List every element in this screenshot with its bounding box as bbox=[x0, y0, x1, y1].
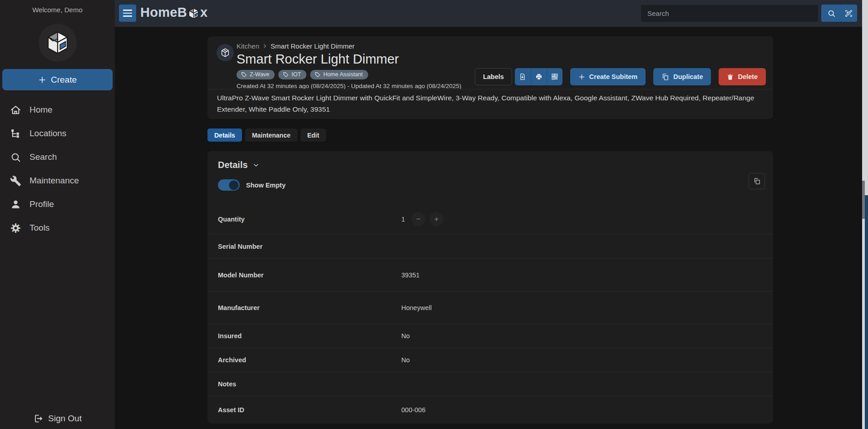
tag-icon bbox=[283, 72, 289, 78]
brand-title[interactable]: HomeB x bbox=[140, 5, 207, 20]
plus-icon bbox=[578, 74, 585, 80]
search-icon bbox=[827, 9, 836, 18]
details-section-header[interactable]: Details bbox=[218, 160, 260, 170]
field-label: Asset ID bbox=[218, 406, 401, 414]
copy-details-button[interactable] bbox=[749, 173, 765, 189]
brand-box-icon bbox=[187, 7, 200, 20]
scrollbar[interactable] bbox=[862, 0, 868, 429]
detail-row-asset-id: Asset ID 000-006 bbox=[207, 396, 773, 424]
breadcrumb: Kitchen Smart Rocker Light Dimmer bbox=[237, 42, 355, 50]
field-value: No bbox=[401, 356, 410, 364]
field-label: Notes bbox=[218, 380, 401, 388]
printer-icon bbox=[535, 73, 542, 80]
detail-row-model-number: Model Number 39351 bbox=[207, 259, 773, 291]
screen-edge-strip bbox=[865, 0, 868, 429]
detail-row-manufacturer: Manufacturer Honeywell bbox=[207, 291, 773, 324]
detail-row-notes: Notes bbox=[207, 372, 773, 396]
qr-code-icon bbox=[551, 73, 558, 80]
field-label: Archived bbox=[218, 356, 401, 364]
chevron-down-icon bbox=[252, 162, 260, 169]
details-rows: Quantity 1 − + Serial Number Model Numbe… bbox=[207, 204, 773, 424]
detail-row-serial-number: Serial Number bbox=[207, 234, 773, 259]
file-download-button[interactable] bbox=[515, 68, 531, 85]
sign-out-button[interactable]: Sign Out bbox=[0, 408, 115, 429]
sidebar: Welcome, Demo Create Home bbox=[0, 0, 115, 429]
details-card: Details Show Empty Quantity 1 − + Serial… bbox=[207, 151, 773, 424]
person-icon bbox=[10, 199, 21, 210]
item-avatar bbox=[217, 44, 234, 61]
copy-icon bbox=[753, 178, 761, 185]
field-value: 000-006 bbox=[401, 406, 425, 414]
quantity-increment-button[interactable]: + bbox=[429, 212, 444, 226]
sidebar-item-home[interactable]: Home bbox=[0, 98, 115, 122]
sidebar-item-search[interactable]: Search bbox=[0, 145, 115, 169]
tab-edit[interactable]: Edit bbox=[301, 128, 326, 142]
create-button[interactable]: Create bbox=[2, 69, 113, 90]
tag-icon bbox=[315, 72, 321, 78]
breadcrumb-current: Smart Rocker Light Dimmer bbox=[271, 42, 355, 50]
file-download-icon bbox=[519, 73, 526, 80]
qr-code-button[interactable] bbox=[547, 68, 562, 85]
labels-button[interactable]: Labels bbox=[475, 68, 512, 85]
tab-details[interactable]: Details bbox=[207, 128, 242, 142]
print-button[interactable] bbox=[531, 68, 547, 85]
tab-maintenance[interactable]: Maintenance bbox=[245, 128, 297, 142]
sidebar-item-locations[interactable]: Locations bbox=[0, 122, 115, 145]
detail-row-insured: Insured No bbox=[207, 324, 773, 348]
duplicate-icon bbox=[661, 73, 669, 81]
quantity-stepper: − + bbox=[411, 212, 444, 226]
field-label: Manufacturer bbox=[218, 304, 401, 311]
field-value: 39351 bbox=[401, 271, 419, 279]
show-empty-toggle[interactable] bbox=[218, 179, 240, 191]
tags-row: Z-Wave IOT Home Assistant bbox=[237, 70, 368, 79]
tag-zwave[interactable]: Z-Wave bbox=[237, 70, 275, 79]
item-tabs: Details Maintenance Edit bbox=[207, 128, 326, 142]
show-empty-row: Show Empty bbox=[218, 179, 286, 191]
plus-icon bbox=[38, 76, 46, 84]
sidebar-item-profile[interactable]: Profile bbox=[0, 192, 115, 216]
box-logo-icon bbox=[45, 30, 70, 55]
tag-home-assistant[interactable]: Home Assistant bbox=[310, 70, 368, 79]
box-outline-icon bbox=[220, 48, 230, 58]
duplicate-button[interactable]: Duplicate bbox=[653, 68, 711, 85]
divider bbox=[207, 89, 773, 89]
create-subitem-button[interactable]: Create Subitem bbox=[570, 68, 646, 85]
trash-icon bbox=[727, 74, 734, 80]
item-header-card: Kitchen Smart Rocker Light Dimmer Smart … bbox=[207, 36, 773, 119]
export-button-group bbox=[515, 68, 562, 85]
field-label: Quantity bbox=[218, 216, 401, 223]
search-input[interactable] bbox=[641, 5, 818, 22]
home-icon bbox=[10, 104, 21, 116]
homebox-logo bbox=[39, 24, 77, 62]
item-description: UltraPro Z-Wave Smart Rocker Light Dimme… bbox=[217, 93, 764, 115]
chevron-right-icon bbox=[262, 43, 268, 49]
wrench-icon bbox=[10, 175, 21, 187]
sidebar-item-tools[interactable]: Tools bbox=[0, 216, 115, 240]
main-content: Kitchen Smart Rocker Light Dimmer Smart … bbox=[115, 27, 862, 429]
qr-scan-button[interactable] bbox=[840, 5, 857, 22]
field-label: Serial Number bbox=[218, 243, 401, 250]
quantity-decrement-button[interactable]: − bbox=[411, 212, 425, 226]
field-label: Model Number bbox=[218, 271, 401, 279]
field-value: Honeywell bbox=[401, 304, 432, 311]
show-empty-label: Show Empty bbox=[246, 182, 286, 189]
field-label: Insured bbox=[218, 332, 401, 340]
sign-out-icon bbox=[33, 414, 43, 424]
welcome-text: Welcome, Demo bbox=[0, 6, 115, 14]
item-actions: Labels bbox=[475, 68, 766, 85]
delete-button[interactable]: Delete bbox=[719, 68, 766, 85]
detail-row-archived: Archived No bbox=[207, 348, 773, 372]
sidebar-nav: Home Locations Search Maintenance Profil… bbox=[0, 98, 115, 240]
field-value: 1 − + bbox=[401, 212, 444, 226]
create-button-label: Create bbox=[51, 75, 77, 85]
locations-tree-icon bbox=[10, 128, 21, 139]
top-navbar: HomeB x bbox=[115, 0, 862, 27]
page-title: Smart Rocker Light Dimmer bbox=[237, 52, 399, 67]
qr-scan-icon bbox=[844, 9, 853, 18]
search-submit-button[interactable] bbox=[821, 5, 841, 22]
breadcrumb-parent-link[interactable]: Kitchen bbox=[237, 42, 259, 50]
tag-iot[interactable]: IOT bbox=[278, 70, 306, 79]
search-icon bbox=[10, 152, 21, 163]
menu-button[interactable] bbox=[119, 5, 136, 22]
sidebar-item-maintenance[interactable]: Maintenance bbox=[0, 169, 115, 192]
